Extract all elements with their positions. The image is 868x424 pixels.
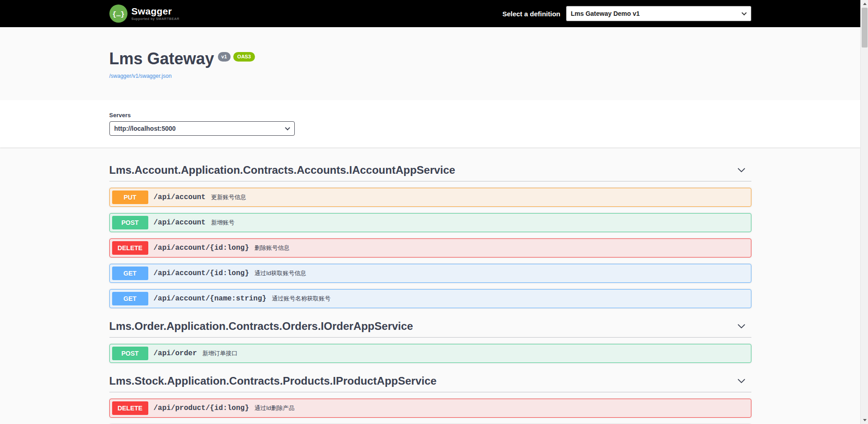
- version-badge: v1: [218, 52, 231, 62]
- swagger-ui-page: {…} Swagger Supported by SMARTBEAR Selec…: [0, 0, 860, 424]
- operation-description: 新增账号: [211, 219, 235, 227]
- definition-select-label: Select a definition: [502, 10, 560, 18]
- api-section: Lms.Order.Application.Contracts.Orders.I…: [109, 314, 751, 363]
- operation-path: /api/account: [148, 193, 211, 201]
- operation-path: /api/account/{id:long}: [148, 244, 255, 252]
- http-method-badge: POST: [112, 347, 148, 360]
- info-section: Lms Gatewayv1OAS3 /swagger/v1/swagger.js…: [0, 27, 860, 100]
- section-title: Lms.Stock.Application.Contracts.Products…: [109, 375, 437, 387]
- section-title: Lms.Order.Application.Contracts.Orders.I…: [109, 320, 413, 333]
- operations-list: Lms.Account.Application.Contracts.Accoun…: [0, 148, 860, 424]
- operation-summary[interactable]: GET /api/account/{id:long} 通过Id获取账号信息: [110, 264, 751, 282]
- section-operations: DELETE /api/product/{id:long} 通过Id删除产品 P…: [109, 399, 751, 424]
- servers-label: Servers: [109, 112, 751, 119]
- operation-summary[interactable]: PUT /api/account 更新账号信息: [110, 188, 751, 206]
- logo-subtitle: Supported by SMARTBEAR: [132, 17, 179, 21]
- http-method-badge: GET: [112, 267, 148, 280]
- section-title: Lms.Account.Application.Contracts.Accoun…: [109, 164, 455, 176]
- operation-summary[interactable]: GET /api/account/{name:string} 通过账号名称获取账…: [110, 290, 751, 308]
- page-title: Lms Gatewayv1OAS3: [109, 49, 751, 68]
- http-method-badge: GET: [112, 292, 148, 305]
- operation-row: GET /api/account/{id:long} 通过Id获取账号信息: [109, 264, 751, 283]
- operation-row: POST /api/order 新增订单接口: [109, 344, 751, 363]
- operation-summary[interactable]: POST /api/order 新增订单接口: [110, 344, 751, 362]
- section-operations: PUT /api/account 更新账号信息 POST /api/accoun…: [109, 188, 751, 308]
- arrow-down-icon: [863, 419, 867, 421]
- operation-row: GET /api/account/{name:string} 通过账号名称获取账…: [109, 289, 751, 308]
- section-operations: POST /api/order 新增订单接口: [109, 344, 751, 363]
- definition-selector-group: Select a definition Lms Gateway Demo v1: [502, 6, 751, 21]
- svg-text:{…}: {…}: [112, 11, 124, 19]
- operation-path: /api/account/{name:string}: [148, 295, 272, 303]
- chevron-down-icon[interactable]: [737, 322, 746, 331]
- operation-description: 更新账号信息: [211, 193, 246, 201]
- section-header[interactable]: Lms.Order.Application.Contracts.Orders.I…: [109, 314, 751, 338]
- http-method-badge: PUT: [112, 191, 148, 204]
- http-method-badge: DELETE: [112, 241, 148, 255]
- definition-select[interactable]: Lms Gateway Demo v1: [566, 6, 751, 21]
- scrollbar-thumb[interactable]: [862, 8, 868, 48]
- chevron-down-icon[interactable]: [737, 166, 746, 175]
- logo-title: Swagger: [132, 6, 179, 16]
- swagger-logo-link[interactable]: {…} Swagger Supported by SMARTBEAR: [109, 5, 179, 23]
- api-section: Lms.Stock.Application.Contracts.Products…: [109, 369, 751, 424]
- operation-path: /api/order: [148, 349, 203, 357]
- operation-description: 通过账号名称获取账号: [272, 295, 330, 303]
- swagger-logo-icon: {…}: [109, 5, 127, 23]
- api-title-text: Lms Gateway: [109, 49, 214, 68]
- server-select[interactable]: http://localhost:5000: [109, 121, 295, 136]
- scroll-down-button[interactable]: [861, 416, 868, 424]
- scroll-up-button[interactable]: [861, 0, 868, 8]
- operation-summary[interactable]: DELETE /api/product/{id:long} 通过Id删除产品: [110, 399, 751, 417]
- operation-row: POST /api/account 新增账号: [109, 213, 751, 232]
- section-header[interactable]: Lms.Stock.Application.Contracts.Products…: [109, 369, 751, 392]
- topbar: {…} Swagger Supported by SMARTBEAR Selec…: [0, 0, 860, 27]
- operation-summary[interactable]: DELETE /api/account/{id:long} 删除账号信息: [110, 239, 751, 257]
- api-section: Lms.Account.Application.Contracts.Accoun…: [109, 158, 751, 308]
- operation-path: /api/account: [148, 219, 211, 227]
- oas3-badge: OAS3: [233, 52, 255, 62]
- operation-row: DELETE /api/account/{id:long} 删除账号信息: [109, 238, 751, 257]
- section-header[interactable]: Lms.Account.Application.Contracts.Accoun…: [109, 158, 751, 181]
- http-method-badge: DELETE: [112, 401, 148, 415]
- operation-summary[interactable]: POST /api/account 新增账号: [110, 214, 751, 232]
- operation-path: /api/product/{id:long}: [148, 404, 255, 412]
- operation-description: 新增订单接口: [203, 349, 238, 357]
- operation-description: 删除账号信息: [255, 244, 290, 252]
- operation-row: DELETE /api/product/{id:long} 通过Id删除产品: [109, 399, 751, 418]
- servers-section: Servers http://localhost:5000: [0, 100, 860, 148]
- arrow-up-icon: [863, 3, 867, 5]
- operation-row: PUT /api/account 更新账号信息: [109, 188, 751, 207]
- http-method-badge: POST: [112, 216, 148, 229]
- operation-path: /api/account/{id:long}: [148, 269, 255, 277]
- operation-description: 通过Id删除产品: [255, 404, 295, 412]
- chevron-down-icon[interactable]: [737, 376, 746, 386]
- spec-json-link[interactable]: /swagger/v1/swagger.json: [109, 73, 172, 79]
- scrollbar[interactable]: [860, 0, 868, 424]
- operation-description: 通过Id获取账号信息: [255, 269, 307, 277]
